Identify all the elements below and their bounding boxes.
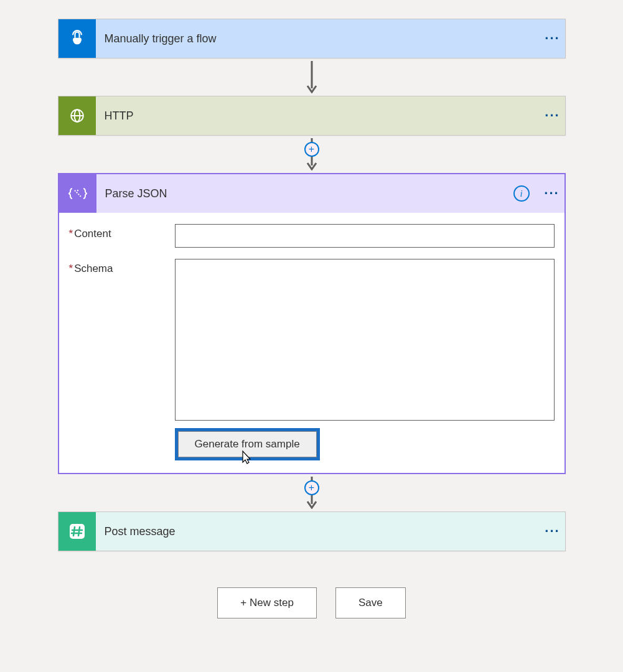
arrow-connector-add-2: + xyxy=(306,474,317,511)
content-label: *Content xyxy=(69,224,175,248)
code-braces-icon xyxy=(59,174,96,213)
http-header[interactable]: HTTP ··· xyxy=(59,96,565,135)
http-title: HTTP xyxy=(105,110,540,123)
parse-json-title: Parse JSON xyxy=(105,187,513,200)
schema-row: *Schema xyxy=(69,259,555,421)
save-button[interactable]: Save xyxy=(335,587,406,618)
arrow-connector-add: + xyxy=(306,136,317,173)
content-input[interactable] xyxy=(175,224,555,248)
trigger-title: Manually trigger a flow xyxy=(105,32,540,45)
trigger-header[interactable]: Manually trigger a flow ··· xyxy=(59,19,565,58)
http-card[interactable]: HTTP ··· xyxy=(58,96,566,136)
touch-icon xyxy=(59,19,96,58)
arrow-down-icon xyxy=(306,61,317,93)
flow-canvas: Manually trigger a flow ··· HTTP ··· xyxy=(0,19,623,618)
add-step-button-2[interactable]: + xyxy=(304,480,319,495)
parse-json-more[interactable]: ··· xyxy=(540,187,564,200)
info-icon[interactable]: i xyxy=(513,185,530,202)
parse-json-card: Parse JSON i ··· *Content *Schema Genera… xyxy=(58,173,566,474)
post-message-card[interactable]: Post message ··· xyxy=(58,511,566,551)
http-more[interactable]: ··· xyxy=(540,109,565,123)
trigger-more[interactable]: ··· xyxy=(540,32,565,45)
arrow-connector xyxy=(306,58,317,96)
schema-label: *Schema xyxy=(69,259,175,421)
trigger-card[interactable]: Manually trigger a flow ··· xyxy=(58,19,566,58)
post-message-more[interactable]: ··· xyxy=(540,525,565,538)
post-message-header[interactable]: Post message ··· xyxy=(59,512,565,551)
globe-icon xyxy=(59,96,96,135)
add-step-button[interactable]: + xyxy=(304,142,319,157)
parse-json-header[interactable]: Parse JSON i ··· xyxy=(59,174,564,213)
footer-buttons: + New step Save xyxy=(217,587,405,618)
generate-from-sample-button[interactable]: Generate from sample xyxy=(178,431,317,457)
hash-icon xyxy=(59,512,96,551)
new-step-button[interactable]: + New step xyxy=(217,587,317,618)
parse-json-body: *Content *Schema Generate from sample xyxy=(59,213,564,473)
svg-rect-6 xyxy=(70,524,85,539)
post-message-title: Post message xyxy=(105,525,540,538)
content-row: *Content xyxy=(69,224,555,248)
schema-input[interactable] xyxy=(175,259,555,421)
generate-highlight: Generate from sample xyxy=(175,428,320,460)
